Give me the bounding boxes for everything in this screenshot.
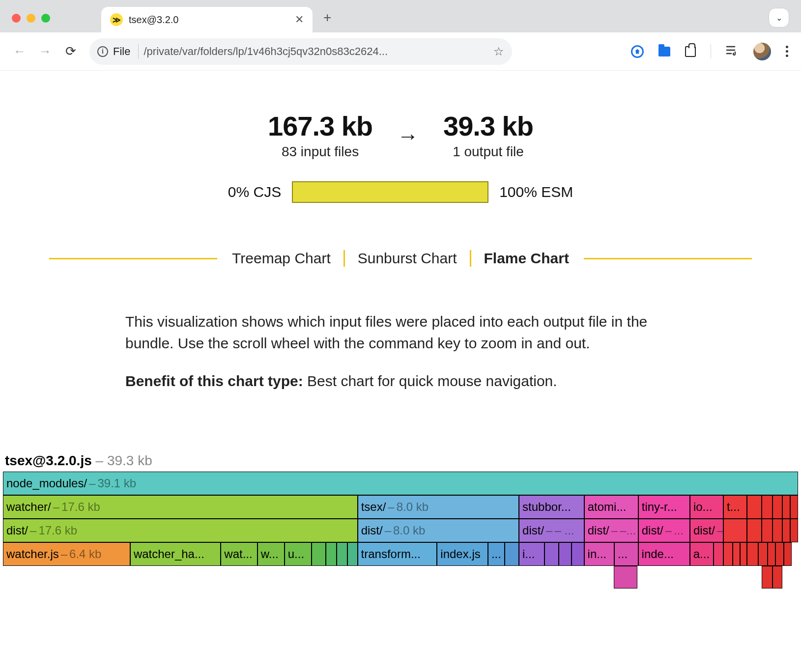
flame-cell[interactable]: a... (690, 542, 714, 566)
tab-favicon-icon: ≫ (110, 13, 123, 26)
esm-label: 100% ESM (499, 184, 573, 200)
flame-cell[interactable] (772, 495, 782, 519)
flame-cell[interactable] (723, 519, 747, 542)
flame-cell[interactable]: i... (519, 542, 544, 566)
tab-flame[interactable]: Flame Chart (484, 250, 569, 267)
flame-cell[interactable]: transform... (358, 542, 437, 566)
flame-cell[interactable] (347, 542, 358, 566)
flame-root-label: tsex@3.2.0.js – 39.3 kb (3, 451, 798, 472)
flame-cell[interactable]: ... (488, 542, 505, 566)
cjs-label: 0% CJS (228, 184, 281, 200)
flame-chart[interactable]: tsex@3.2.0.js – 39.3 kb node_modules/– 3… (0, 451, 801, 588)
minimize-window-icon[interactable] (27, 14, 35, 23)
flame-cell[interactable] (790, 519, 798, 542)
address-bar[interactable]: i File /private/var/folders/lp/1v46h3cj5… (89, 38, 512, 65)
flame-cell[interactable]: index.js (437, 542, 488, 566)
flame-cell[interactable] (572, 542, 584, 566)
flame-cell[interactable] (772, 519, 782, 542)
media-control-icon[interactable] (726, 45, 739, 58)
flame-cell[interactable] (784, 542, 792, 566)
flame-cell[interactable] (312, 542, 326, 566)
flame-cell[interactable] (782, 495, 790, 519)
home-icon[interactable] (631, 45, 644, 58)
flame-cell[interactable] (747, 519, 761, 542)
tab-treemap[interactable]: Treemap Chart (232, 250, 331, 267)
flame-cell[interactable] (762, 495, 773, 519)
benefit-label: Benefit of this chart type: (125, 373, 303, 389)
flame-cell[interactable]: ... (614, 542, 638, 566)
maximize-window-icon[interactable] (41, 14, 50, 23)
back-button[interactable]: ← (13, 44, 27, 59)
flame-root-name: tsex@3.2.0.js (5, 453, 92, 468)
flame-cell[interactable]: dist/– ... (690, 519, 723, 542)
window-controls (12, 14, 50, 32)
reload-button[interactable]: ⟳ (64, 44, 78, 59)
flame-cell[interactable]: dist/– –... (584, 519, 638, 542)
flame-cell[interactable] (740, 542, 747, 566)
flame-cell[interactable]: dist/– ... (638, 519, 690, 542)
flame-cell[interactable]: w... (257, 542, 285, 566)
flame-cell[interactable] (723, 542, 733, 566)
tab-title: tsex@3.2.0 (129, 14, 289, 26)
profile-avatar[interactable] (753, 43, 771, 60)
new-tab-button[interactable]: + (323, 10, 331, 32)
close-window-icon[interactable] (12, 14, 21, 23)
output-size: 39.3 kb (443, 110, 533, 142)
flame-cell[interactable] (326, 542, 337, 566)
flame-cell[interactable] (772, 566, 782, 588)
flame-cell[interactable]: u... (285, 542, 312, 566)
flame-row: watcher/– 17.6 kbtsex/– 8.0 kbstubbor...… (3, 495, 798, 519)
flame-cell[interactable] (762, 566, 773, 588)
flame-cell[interactable]: node_modules/– 39.1 kb (3, 472, 798, 495)
flame-cell[interactable]: watcher_ha... (130, 542, 221, 566)
extensions-icon[interactable] (685, 46, 696, 57)
tabs-dropdown-button[interactable]: ⌄ (769, 8, 789, 28)
flame-cell[interactable]: watcher/– 17.6 kb (3, 495, 358, 519)
description-text: This visualization shows which input fil… (125, 311, 676, 354)
browser-tab[interactable]: ≫ tsex@3.2.0 ✕ (101, 7, 313, 32)
flame-cell[interactable]: dist/– – ... (519, 519, 584, 542)
flame-cell[interactable] (337, 542, 347, 566)
flame-cell[interactable]: atomi... (584, 495, 638, 519)
flame-cell[interactable]: watcher.js– 6.4 kb (3, 542, 130, 566)
flame-cell[interactable]: in... (584, 542, 614, 566)
folder-icon[interactable] (658, 47, 670, 56)
tab-sunburst[interactable]: Sunburst Chart (358, 250, 457, 267)
flame-cell[interactable] (505, 542, 519, 566)
benefit-text: Benefit of this chart type: Best chart f… (125, 370, 676, 392)
close-tab-icon[interactable]: ✕ (295, 13, 304, 26)
flame-cell[interactable]: dist/– 8.0 kb (358, 519, 519, 542)
flame-cell[interactable] (782, 519, 790, 542)
forward-button[interactable]: → (38, 44, 52, 59)
page-content: 167.3 kb 83 input files → 39.3 kb 1 outp… (0, 71, 801, 588)
flame-cell[interactable]: io... (690, 495, 723, 519)
flame-cell[interactable]: dist/– 17.6 kb (3, 519, 358, 542)
input-size: 167.3 kb (268, 110, 372, 142)
flame-cell[interactable] (733, 542, 740, 566)
flame-cell[interactable] (559, 542, 572, 566)
flame-cell[interactable] (747, 495, 761, 519)
flame-cell[interactable] (544, 542, 559, 566)
flame-cell[interactable]: tsex/– 8.0 kb (358, 495, 519, 519)
flame-cell[interactable] (614, 566, 638, 588)
browser-menu-icon[interactable] (786, 46, 788, 57)
flame-cell[interactable] (714, 542, 723, 566)
toolbar-separator (711, 44, 711, 59)
flame-cell[interactable] (790, 495, 798, 519)
site-info-icon[interactable]: i (97, 46, 108, 57)
flame-cell[interactable] (747, 542, 758, 566)
flame-cell[interactable] (762, 519, 773, 542)
flame-cell[interactable]: inde... (638, 542, 690, 566)
url-path: /private/var/folders/lp/1v46h3cj5qv32n0s… (143, 45, 488, 58)
flame-cell[interactable] (775, 542, 783, 566)
flame-cell[interactable]: stubbor... (519, 495, 584, 519)
url-scheme-label: File (113, 45, 130, 58)
flame-cell[interactable]: tiny-r... (638, 495, 690, 519)
flame-overflow-row (3, 566, 798, 588)
flame-rows: node_modules/– 39.1 kbwatcher/– 17.6 kbt… (3, 472, 798, 566)
flame-cell[interactable] (758, 542, 768, 566)
bookmark-star-icon[interactable]: ☆ (493, 45, 504, 58)
flame-cell[interactable] (768, 542, 775, 566)
flame-cell[interactable]: wat... (221, 542, 257, 566)
flame-cell[interactable]: t... (723, 495, 747, 519)
